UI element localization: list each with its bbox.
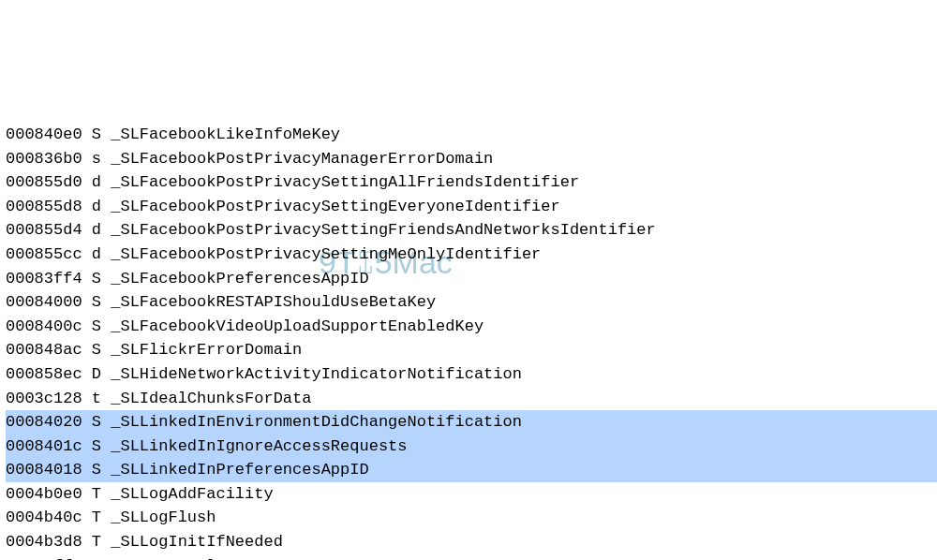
symbol-type: S [92, 270, 101, 287]
address: 00084018 [6, 461, 82, 479]
symbol-name: _SLLinkedInPreferencesAppID [111, 461, 368, 479]
symbol-line: 000836b0 s _SLFacebookPostPrivacyManager… [6, 147, 937, 171]
address: 0003c128 [6, 390, 82, 407]
symbol-dump: 000840e0 S _SLFacebookLikeInfoMeKey00083… [6, 123, 937, 560]
symbol-name: _SLIdealChunksForData [111, 390, 311, 407]
symbol-line: 000855d0 d _SLFacebookPostPrivacySetting… [6, 170, 937, 195]
symbol-line: 000855cc d _SLFacebookPostPrivacySetting… [6, 243, 937, 267]
address: 00083ff4 [6, 270, 82, 287]
symbol-type: D [92, 365, 101, 383]
address: 0004b0e0 [6, 485, 82, 503]
symbol-type: S [92, 317, 101, 335]
address: 000855d0 [6, 173, 82, 191]
symbol-name: _SLLogInitIfNeeded [111, 533, 283, 551]
symbol-line: 00083ff4 S _SLFacebookPreferencesAppID [6, 267, 937, 291]
symbol-name: _SLFacebookPostPrivacyManagerErrorDomain [111, 150, 493, 168]
symbol-line: 00084020 S _SLLinkedInEnvironmentDidChan… [6, 410, 937, 435]
address: 0008400c [6, 317, 82, 335]
symbol-type: T [92, 485, 101, 503]
symbol-line: 0004b40c T _SLLogFlush [6, 506, 937, 530]
symbol-name: _SLLogLevelKey [111, 557, 245, 560]
symbol-type: S [92, 341, 101, 359]
symbol-name: _SLFacebookPreferencesAppID [111, 270, 368, 287]
symbol-type: t [92, 390, 101, 407]
address: 000855d8 [6, 198, 82, 215]
symbol-type: T [92, 533, 101, 551]
symbol-line: 00084018 S _SLLinkedInPreferencesAppID [6, 458, 937, 482]
symbol-line: 00084000 S _SLFacebookRESTAPIShouldUseBe… [6, 290, 937, 315]
symbol-name: _SLFacebookPostPrivacySettingFriendsAndN… [111, 221, 656, 239]
symbol-name: _SLFlickrErrorDomain [111, 341, 302, 359]
symbol-line: 0003c128 t _SLIdealChunksForData [6, 387, 937, 411]
symbol-line: 000855d4 d _SLFacebookPostPrivacySetting… [6, 218, 937, 243]
address: 0004b40c [6, 508, 82, 526]
symbol-name: _SLFacebookVideoUploadSupportEnabledKey [111, 317, 483, 335]
symbol-line: 0004b3d8 T _SLLogInitIfNeeded [6, 530, 937, 554]
address: 000855d4 [6, 221, 82, 239]
symbol-name: _SLFacebookLikeInfoMeKey [111, 125, 340, 143]
symbol-name: _SLFacebookPostPrivacySettingAllFriendsI… [111, 173, 579, 191]
symbol-line: 0004b0e0 T _SLLogAddFacility [6, 482, 937, 507]
symbol-line: 000855d8 d _SLFacebookPostPrivacySetting… [6, 195, 937, 219]
symbol-type: d [92, 221, 101, 239]
symbol-type: S [92, 413, 101, 431]
symbol-type: d [92, 245, 101, 263]
address: 00084000 [6, 293, 82, 311]
address: 0008401c [6, 437, 82, 455]
symbol-type: S [92, 125, 101, 143]
address: 0004b3d8 [6, 533, 82, 551]
symbol-name: _SLLinkedInEnvironmentDidChangeNotificat… [111, 413, 522, 431]
symbol-type: S [92, 293, 101, 311]
address: 000855cc [6, 245, 82, 263]
symbol-name: _SLFacebookPostPrivacySettingMeOnlyIdent… [111, 245, 541, 263]
symbol-type: T [92, 508, 101, 526]
symbol-line: 000858ec D _SLHideNetworkActivityIndicat… [6, 362, 937, 387]
symbol-type: S [92, 437, 101, 455]
symbol-type: d [92, 173, 101, 191]
symbol-type: S [92, 461, 101, 479]
symbol-line: 00083ff8 S _SLLogLevelKey [6, 554, 937, 560]
address: 000836b0 [6, 150, 82, 168]
symbol-line: 000848ac S _SLFlickrErrorDomain [6, 338, 937, 362]
address: 00083ff8 [6, 557, 82, 560]
address: 000848ac [6, 341, 82, 359]
address: 00084020 [6, 413, 82, 431]
symbol-type: S [92, 557, 101, 560]
symbol-type: d [92, 198, 101, 215]
symbol-name: _SLLinkedInIgnoreAccessRequests [111, 437, 407, 455]
symbol-name: _SLHideNetworkActivityIndicatorNotificat… [111, 365, 522, 383]
symbol-name: _SLLogAddFacility [111, 485, 273, 503]
address: 000840e0 [6, 125, 82, 143]
symbol-name: _SLFacebookRESTAPIShouldUseBetaKey [111, 293, 436, 311]
symbol-type: s [92, 150, 101, 168]
symbol-name: _SLLogFlush [111, 508, 216, 526]
symbol-line: 0008400c S _SLFacebookVideoUploadSupport… [6, 315, 937, 339]
symbol-name: _SLFacebookPostPrivacySettingEveryoneIde… [111, 198, 559, 215]
address: 000858ec [6, 365, 82, 383]
symbol-line: 000840e0 S _SLFacebookLikeInfoMeKey [6, 123, 937, 147]
symbol-line: 0008401c S _SLLinkedInIgnoreAccessReques… [6, 435, 937, 459]
